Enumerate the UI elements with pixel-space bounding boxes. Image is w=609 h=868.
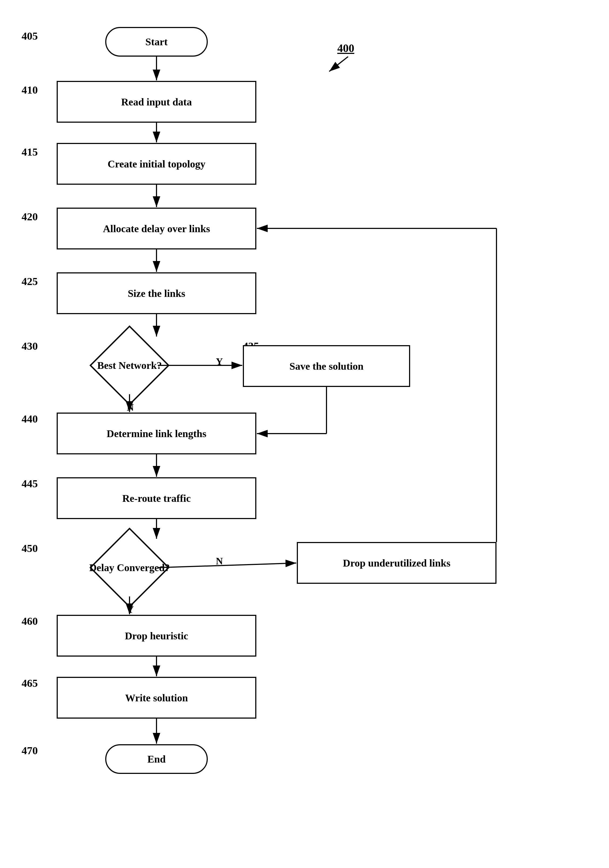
step-num-405: 405: [22, 29, 38, 42]
node-allocate-delay: Allocate delay over links: [57, 208, 256, 250]
node-drop-underutilized: Drop underutilized links: [297, 542, 497, 584]
node-size-links: Size the links: [57, 272, 256, 314]
node-start: Start: [105, 27, 208, 57]
diagram-container: 400 405 410 415 420 425 430 435 440 445 …: [0, 0, 609, 868]
node-determine-link-lengths: Determine link lengths: [57, 412, 256, 454]
arrow-label-y-delay: Y: [127, 604, 134, 615]
node-best-network-label: Best Network?: [79, 348, 179, 383]
step-num-445: 445: [22, 477, 38, 490]
arrow-label-y-best: Y: [216, 356, 223, 367]
node-end: End: [105, 744, 208, 774]
step-num-465: 465: [22, 677, 38, 690]
step-num-410: 410: [22, 84, 38, 96]
step-num-430: 430: [22, 340, 38, 352]
arrow-label-n-best: N: [127, 402, 134, 413]
arrow-label-n-delay: N: [216, 555, 223, 567]
node-delay-converged-label: Delay Converged?: [79, 549, 179, 586]
step-num-470: 470: [22, 744, 38, 757]
ref-label: 400: [337, 42, 354, 55]
svg-line-18: [329, 57, 348, 71]
step-num-415: 415: [22, 146, 38, 158]
step-num-440: 440: [22, 412, 38, 425]
node-create-topology: Create initial topology: [57, 143, 256, 185]
step-num-425: 425: [22, 275, 38, 288]
step-num-460: 460: [22, 615, 38, 628]
node-save-solution: Save the solution: [243, 345, 410, 387]
node-write-solution: Write solution: [57, 677, 256, 719]
step-num-420: 420: [22, 210, 38, 223]
node-reroute-traffic: Re-route traffic: [57, 477, 256, 519]
step-num-450: 450: [22, 542, 38, 555]
node-drop-heuristic: Drop heuristic: [57, 615, 256, 657]
node-read-input: Read input data: [57, 81, 256, 123]
